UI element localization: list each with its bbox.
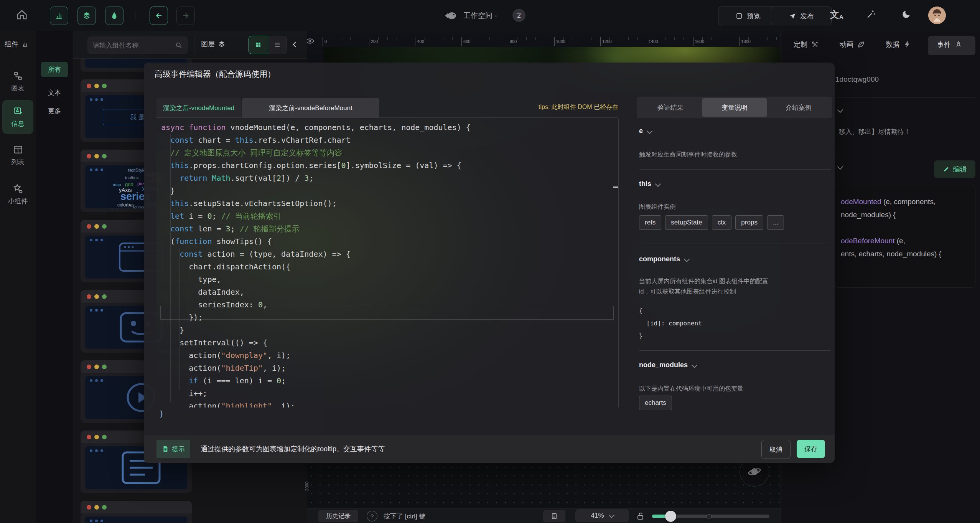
layers-icon <box>82 11 91 20</box>
code-editor[interactable]: async function vnodeMounted(e, component… <box>156 119 619 408</box>
ruler-tick <box>563 37 564 40</box>
sidebar-item-charts[interactable]: 图表 <box>2 65 33 99</box>
category-more[interactable]: 更多 <box>41 103 68 119</box>
ruler-tick <box>665 37 665 40</box>
tab-animation[interactable]: 动画 <box>840 40 865 49</box>
lock-icon[interactable] <box>636 511 645 521</box>
layers-toggle[interactable]: 图层 <box>201 40 226 49</box>
doc-icon <box>162 445 169 452</box>
magic-wand-icon[interactable] <box>866 9 876 19</box>
ruler-tick <box>535 37 536 40</box>
publish-button[interactable]: 发布 <box>771 7 832 25</box>
tab-data[interactable]: 数据 <box>886 40 911 49</box>
ruler-tick <box>637 37 638 40</box>
redo-button[interactable] <box>176 7 195 25</box>
preview-button[interactable]: 预览 <box>718 7 778 25</box>
grid-icon <box>255 41 262 48</box>
ruler-tick <box>499 37 499 40</box>
chart-tool-button[interactable] <box>50 7 68 25</box>
category-text[interactable]: 文本 <box>41 85 68 100</box>
ruler-tick <box>406 37 406 40</box>
wordcloud-word: label <box>112 207 122 208</box>
tab-variable-description[interactable]: 变量说明 <box>702 98 766 117</box>
zoom-select[interactable]: 41% <box>575 509 629 522</box>
tab-validation-result[interactable]: 验证结果 <box>638 98 702 117</box>
translate-icon[interactable]: 文A <box>830 8 843 21</box>
components-panel-header: 请输入组件名称 图层 <box>73 31 307 59</box>
event-code-preview[interactable]: odeMounted (e, components,node_modules) … <box>835 185 975 288</box>
avatar[interactable] <box>928 7 946 24</box>
chevron-down-icon[interactable] <box>837 164 843 170</box>
layers-icon <box>218 40 226 48</box>
ruler-tick <box>591 37 591 40</box>
save-button[interactable]: 保存 <box>797 440 825 458</box>
ruler-label: 600 <box>463 39 470 44</box>
chip-props[interactable]: props <box>735 215 763 230</box>
ruler-tick <box>526 37 527 40</box>
component-card-blank[interactable] <box>81 501 192 523</box>
edit-button[interactable]: 编辑 <box>934 160 975 178</box>
doc-lines-icon <box>551 513 558 520</box>
undo-button[interactable] <box>150 7 168 25</box>
workspace-badge: 2 <box>512 9 525 22</box>
overview-ruler-mark <box>613 186 618 188</box>
doc-section-components[interactable]: components <box>639 255 689 263</box>
doc-section-e[interactable]: e <box>639 127 652 135</box>
sidebar-item-widgets[interactable]: 小组件 <box>2 178 33 211</box>
rocket-icon <box>955 41 962 48</box>
chevron-left-icon <box>290 39 300 50</box>
ruler-tick <box>332 37 332 40</box>
header-divider <box>194 36 194 54</box>
wordcloud-word: toolbox <box>125 175 138 180</box>
tab-event[interactable]: 事件 <box>937 40 962 49</box>
collapse-panel-button[interactable] <box>290 39 300 50</box>
tab-customize[interactable]: 定制 <box>794 40 819 49</box>
chevron-down-icon[interactable] <box>837 107 843 113</box>
zoom-slider[interactable] <box>652 515 769 518</box>
ruler-label: 1200 <box>602 39 611 44</box>
sidebar-item-info[interactable]: 信息 <box>2 100 33 134</box>
monitor-icon <box>735 12 743 20</box>
ruler-tick <box>776 37 777 40</box>
arrow-right-icon <box>181 11 190 20</box>
bar-chart-small-icon <box>21 41 28 48</box>
ruler-tick <box>554 37 555 46</box>
pencil-icon <box>943 166 950 173</box>
grid-view-button[interactable] <box>249 36 268 54</box>
guideline-button[interactable] <box>543 510 565 522</box>
list-view-button[interactable] <box>268 36 287 54</box>
tab-intro-examples[interactable]: 介绍案例 <box>767 98 831 117</box>
sidebar-item-list[interactable]: 列表 <box>2 139 33 172</box>
category-all[interactable]: 所有 <box>41 62 68 77</box>
docs-tabs: 验证结果 变量说明 介绍案例 <box>637 97 832 118</box>
tab-vnode-mounted[interactable]: 渲染之后-vnodeMounted <box>156 98 241 118</box>
ruler-tick <box>684 37 684 40</box>
ruler-tick <box>702 37 703 40</box>
ruler-tick <box>508 37 508 46</box>
chip-setupstate[interactable]: setupState <box>665 215 708 230</box>
chip-more[interactable]: ... <box>767 215 784 230</box>
ruler-tick <box>609 37 610 40</box>
dark-mode-icon[interactable] <box>901 9 911 19</box>
history-button[interactable]: 历史记录 <box>318 510 358 522</box>
help-icon[interactable]: ? <box>367 511 377 521</box>
tab-vnode-before-mount[interactable]: 渲染之前-vnodeBeforeMount <box>242 98 379 118</box>
chip-ctx[interactable]: ctx <box>712 215 732 230</box>
ruler-tick <box>517 37 517 40</box>
divider <box>639 169 831 170</box>
home-icon[interactable] <box>16 9 28 21</box>
theme-tool-button[interactable] <box>105 7 124 25</box>
modal-tips: tips: 此时组件 DOM 已经存在 <box>451 103 618 111</box>
ruler-label: 1600 <box>695 39 704 44</box>
component-id: 1doctqwg000 <box>835 75 879 84</box>
chip-echarts[interactable]: echarts <box>639 396 672 410</box>
zoom-slider-thumb[interactable] <box>665 511 676 522</box>
doc-components-desc: 当前大屏内所有组件的集合id 图表组件中的配置id，可以获取其他图表组件进行控制 <box>639 276 831 297</box>
doc-section-this[interactable]: this <box>639 180 660 188</box>
chip-refs[interactable]: refs <box>639 215 661 230</box>
layers-tool-button[interactable] <box>77 7 96 25</box>
search-input[interactable]: 请输入组件名称 <box>87 36 188 54</box>
cancel-button[interactable]: 取消 <box>761 440 791 459</box>
doc-section-node-modules[interactable]: node_modules <box>639 361 697 369</box>
code-closing-brace: } <box>159 409 164 418</box>
